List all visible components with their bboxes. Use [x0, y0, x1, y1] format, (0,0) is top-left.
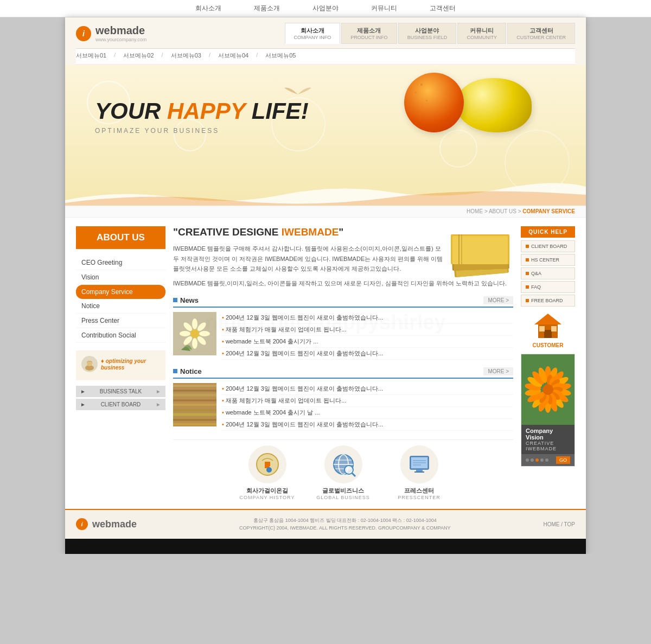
sidebar-menu: CEO Greeting Vision Company Service Noti…	[76, 256, 165, 343]
breadcrumb: HOME > ABOUT US > COMPANY SERVICE	[65, 206, 586, 218]
notice-more[interactable]: MORE >	[483, 367, 513, 375]
quick-link-faq[interactable]: FAQ	[521, 281, 575, 293]
fruit-orange	[404, 73, 464, 132]
top-nav-item-community[interactable]: 커뮤니티	[371, 4, 397, 13]
notice-title-dot	[173, 369, 177, 373]
nav-item-product[interactable]: 제품소개 PRODUCT INFO	[341, 23, 397, 44]
nav-item-customer[interactable]: 고객센터 CUSTOMER CENTER	[507, 23, 575, 44]
fruit-yellow	[456, 78, 532, 132]
footer-top-link[interactable]: TOP	[564, 521, 575, 527]
sidebar-item-notice[interactable]: Notice	[76, 299, 165, 314]
svg-point-11	[192, 318, 197, 329]
about-us-button[interactable]: ABOUT US	[76, 226, 165, 249]
sidebar-item-contribution[interactable]: Contribution Social	[76, 328, 165, 343]
top-nav-item-company[interactable]: 회사소개	[195, 4, 221, 13]
svg-point-37	[344, 466, 353, 474]
quick-link-free[interactable]: FREE BOARD	[521, 295, 575, 307]
svg-line-38	[352, 473, 355, 476]
news-section: News MORE >	[173, 296, 513, 360]
svg-rect-50	[551, 326, 557, 331]
svg-rect-42	[414, 471, 424, 473]
quick-link-hs[interactable]: HS CENTER	[521, 254, 575, 266]
news-more[interactable]: MORE >	[483, 296, 513, 304]
footer-nav: HOME / TOP	[543, 521, 575, 527]
sub-navigation: 서브메뉴01 / 서브메뉴02 / 서브메뉴03 / 서브메뉴04 / 서브메뉴…	[76, 48, 575, 65]
sidebar-item-company-service[interactable]: Company Service	[76, 285, 165, 299]
top-nav-item-customer[interactable]: 고객센터	[430, 4, 456, 13]
notice-item-2[interactable]: • 재품 체험기가 매월 새로이 업데이트 됩니다...	[222, 395, 513, 407]
customer-icon: CUSTOMER	[521, 311, 575, 348]
main-navigation: 회사소개 COMPANY INFO 제품소개 PRODUCT INFO 사업분야…	[285, 23, 575, 44]
vision-dot-3	[535, 458, 539, 462]
footer-logo: i webmade	[76, 518, 146, 530]
top-nav-item-product[interactable]: 제품소개	[254, 4, 280, 13]
nav-item-business[interactable]: 사업분야 BUSINESS FIELD	[398, 23, 457, 44]
site-logo[interactable]: i webmade www.yourcompany.com	[76, 24, 146, 42]
sub-nav-4[interactable]: 서브메뉴04	[218, 52, 248, 60]
vision-subtitle: CREATIVE IWEBMADE	[526, 441, 570, 451]
svg-marker-46	[534, 314, 561, 324]
quick-link-client[interactable]: CLIENT BOARD	[521, 240, 575, 252]
top-navigation: 회사소개 제품소개 사업분야 커뮤니티 고객센터	[0, 0, 651, 17]
breadcrumb-current: COMPANY SERVICE	[522, 208, 575, 214]
sub-nav-5[interactable]: 서브메뉴05	[265, 52, 296, 60]
svg-rect-41	[416, 469, 423, 471]
vision-title: Company Vision	[526, 428, 570, 441]
vision-dot-1	[526, 458, 529, 462]
company-vision-box: Company Vision CREATIVE IWEBMADE GO	[521, 354, 575, 467]
logo-url: www.yourcompany.com	[95, 37, 146, 42]
svg-point-15	[192, 338, 197, 349]
nav-item-community[interactable]: 커뮤니티 COMMUNITY	[457, 23, 506, 44]
notice-item-1[interactable]: • 2004년 12월 3일 웹메이드 웹진이 새로이 출범하였습니다...	[222, 383, 513, 395]
bottom-icon-company-history[interactable]: 회사가걸이온길 COMPANY HISTORY	[232, 445, 303, 500]
sub-nav-3[interactable]: 서브메뉴03	[171, 52, 201, 60]
news-item-1[interactable]: • 2004년 12월 3일 웹메이드 웹진이 새로이 출범하였습니다...	[222, 312, 513, 324]
company-desc: IWEBMADE 템플릿을 구매해 주셔서 감사합니다. 템플릿에 사용된소소(…	[173, 244, 445, 274]
hero-decoration	[282, 84, 314, 107]
sub-nav-2[interactable]: 서브메뉴02	[123, 52, 154, 60]
main-content: "CREATIVE DESIGNE IWEBMADE"	[173, 226, 513, 500]
news-title: News	[180, 296, 199, 304]
hero-text: YOUR HAPPY LIFE! OPTIMAZE YOUR BUSINESS	[95, 100, 309, 135]
footer-info: 홍삼구 홍삼읍 1004-1004 웹비즈 빌딩 대표전화 : 02-1004-…	[239, 517, 451, 532]
bottom-bar	[65, 539, 586, 554]
sidebar-link-business[interactable]: ► BUSINESS TALK ►	[76, 386, 165, 397]
svg-point-19	[190, 329, 199, 338]
notice-list: • 2004년 12월 3일 웹메이드 웹진이 새로이 출범하였습니다... •…	[222, 383, 513, 431]
books-image	[451, 226, 513, 278]
news-item-3[interactable]: • webmade 노트북 2004 출시기가 ...	[222, 336, 513, 348]
news-title-dot	[173, 298, 177, 302]
sidebar-link-client[interactable]: ► CLIENT BOARD ►	[76, 399, 165, 410]
vision-go-button[interactable]: GO	[556, 456, 570, 464]
notice-title: Notice	[180, 367, 202, 375]
notice-item-4[interactable]: • 2004년 12월 3일 웹메이드 웹진이 새로이 출범하였습니다...	[222, 419, 513, 431]
sidebar-promo-box: ♦ optimizing your business	[76, 350, 165, 380]
right-sidebar: QUICK HELP CLIENT BOARD HS CENTER Q&A FA…	[521, 226, 575, 500]
vision-dot-4	[540, 458, 544, 462]
footer-home-link[interactable]: HOME	[543, 521, 559, 527]
footer-logo-icon: i	[76, 518, 88, 530]
sidebar-item-vision[interactable]: Vision	[76, 270, 165, 285]
quick-link-qa[interactable]: Q&A	[521, 267, 575, 279]
top-nav-item-business[interactable]: 사업분야	[312, 4, 339, 13]
promo-icon	[81, 356, 98, 372]
news-item-2[interactable]: • 재품 체험기가 매월 새로이 업데이트 됩니다...	[222, 324, 513, 336]
news-list: • 2004년 12월 3일 웹메이드 웹진이 새로이 출범하였습니다... •…	[222, 312, 513, 360]
logo-text: webmade	[95, 24, 146, 37]
nav-item-company[interactable]: 회사소개 COMPANY INFO	[285, 23, 341, 44]
sidebar-item-ceo[interactable]: CEO Greeting	[76, 256, 165, 270]
sidebar-item-press[interactable]: Press Center	[76, 314, 165, 328]
sub-nav-1[interactable]: 서브메뉴01	[76, 52, 106, 60]
news-thumbnail	[173, 312, 216, 355]
svg-point-17	[180, 331, 190, 336]
hero-subtitle: OPTIMAZE YOUR BUSINESS	[95, 127, 309, 135]
svg-rect-48	[544, 330, 552, 338]
bottom-icon-press-center[interactable]: 프레스센터 PRESSCENTER	[384, 445, 455, 500]
bottom-icons-row: 회사가걸이온길 COMPANY HISTORY	[173, 439, 513, 500]
bottom-icon-global-business[interactable]: 글로벌비즈니스 GLOBAL BUSINESS	[308, 445, 379, 500]
sidebar: ABOUT US CEO Greeting Vision Company Ser…	[76, 226, 165, 500]
site-header: i webmade www.yourcompany.com 회사소개 COMPA…	[65, 17, 586, 65]
notice-item-3[interactable]: • webmade 노트북 2004 출시기 날 ...	[222, 407, 513, 419]
news-item-4[interactable]: • 2004년 12월 3일 웹메이드 웹진이 새로이 출범하였습니다...	[222, 348, 513, 360]
svg-point-82	[542, 384, 553, 395]
